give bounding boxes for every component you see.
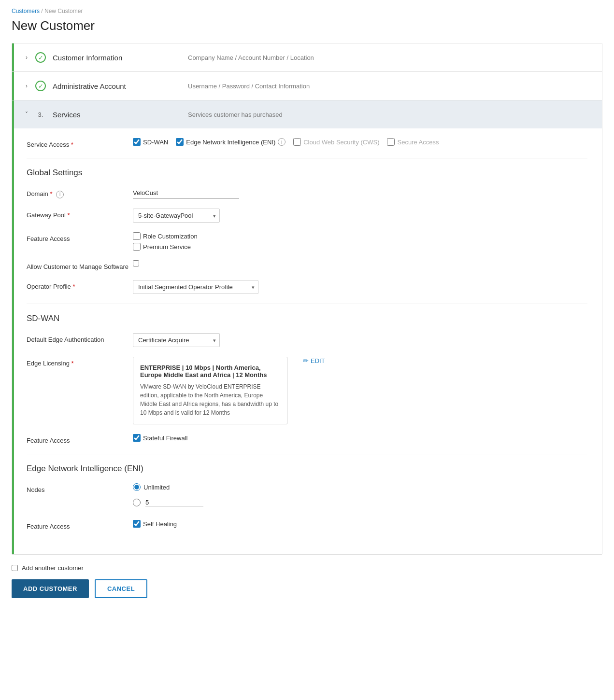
operator-profile-field-content: Initial Segmented Operator Profile Defau… [133,280,587,294]
operator-profile-required: * [72,283,75,290]
feature-access-label: Feature Access [27,232,133,242]
eni-section: Edge Network Intelligence (ENI) Nodes Un… [27,464,587,530]
cws-label: Cloud Web Security (CWS) [303,139,379,146]
nodes-number-radio-wrap[interactable] [133,499,203,506]
accordion-left-bar-1 [12,43,14,71]
divider-1 [27,158,587,158]
accordion-title-admin-account: Administrative Account [53,82,188,90]
operator-profile-select[interactable]: Initial Segmented Operator Profile Defau… [133,280,258,294]
eni-checkbox-wrap[interactable]: Edge Network Intelligence (ENI) i [176,138,286,146]
eni-info-icon[interactable]: i [278,138,286,146]
default-edge-auth-label: Default Edge Authentication [27,333,133,343]
nodes-unlimited-label: Unlimited [143,484,170,491]
divider-2 [27,304,587,304]
default-edge-auth-select[interactable]: Certificate Acquire Certificate or Passw… [133,333,220,347]
gateway-pool-select-wrap: 5-site-GatewayPool 10-site-GatewayPool G… [133,209,220,223]
edit-edge-licensing-link[interactable]: ✏ EDIT [303,357,325,364]
accordion-item-admin-account: › ✓ Administrative Account Username / Pa… [12,72,602,100]
self-healing-checkbox[interactable] [133,520,141,528]
stateful-firewall-checkbox-wrap[interactable]: Stateful Firewall [133,434,187,442]
accordion-number-services: 3. [35,109,46,120]
domain-required: * [50,190,52,197]
accordion-subtitle-services: Services customer has purchased [188,111,283,118]
sdwan-section: SD-WAN Default Edge Authentication Certi… [27,314,587,444]
premium-service-checkbox-wrap[interactable]: Premium Service [133,243,198,251]
feature-access-row: Feature Access Role Customization Premiu… [27,232,587,251]
page-title: New Customer [12,18,602,33]
breadcrumb-current: New Customer [44,8,83,14]
domain-input[interactable] [133,187,239,199]
operator-profile-row: Operator Profile * Initial Segmented Ope… [27,280,587,294]
gateway-pool-required: * [68,211,70,219]
accordion-item-customer-info: › ✓ Customer Information Company Name / … [12,43,602,72]
nodes-unlimited-radio-wrap[interactable]: Unlimited [133,483,170,491]
eni-label: Edge Network Intelligence (ENI) [186,139,275,146]
accordion-item-services: ˅ 3. Services Services customer has purc… [12,100,602,554]
accordion-header-services[interactable]: ˅ 3. Services Services customer has purc… [12,100,602,128]
sdwan-feature-access-field-content: Stateful Firewall [133,434,587,442]
edit-icon: ✏ [303,357,309,364]
gateway-pool-field-content: 5-site-GatewayPool 10-site-GatewayPool G… [133,209,587,223]
allow-manage-software-label: Allow Customer to Manage Software [27,260,133,270]
nodes-unlimited-radio[interactable] [133,483,141,491]
domain-row: Domain * i [27,187,587,199]
edge-licensing-title: ENTERPRISE | 10 Mbps | North America, Eu… [140,364,280,378]
global-settings-title: Global Settings [27,168,587,178]
eni-checkbox[interactable] [176,138,184,146]
stateful-firewall-checkbox[interactable] [133,434,141,442]
accordion-title-services: Services [53,111,188,119]
role-customization-checkbox[interactable] [133,232,141,240]
nodes-number-radio[interactable] [133,499,141,506]
accordion-header-customer-info[interactable]: › ✓ Customer Information Company Name / … [12,43,602,71]
domain-info-icon[interactable]: i [56,191,64,198]
allow-manage-software-checkbox[interactable] [133,260,139,266]
feature-access-field-content: Role Customization Premium Service [133,232,587,251]
edge-licensing-required: * [71,360,74,367]
service-access-row: Service Access * SD-WAN Edge Network Int… [27,138,587,148]
role-customization-checkbox-wrap[interactable]: Role Customization [133,232,198,240]
cws-checkbox[interactable] [293,138,301,146]
self-healing-checkbox-wrap[interactable]: Self Healing [133,520,177,528]
accordion-subtitle-admin-account: Username / Password / Contact Informatio… [188,83,310,90]
gateway-pool-label: Gateway Pool * [27,209,133,219]
default-edge-auth-field-content: Certificate Acquire Certificate or Passw… [133,333,587,347]
divider-3 [27,454,587,454]
accordion-left-bar-3 [12,100,14,554]
add-customer-button[interactable]: ADD CUSTOMER [12,579,89,598]
secure-access-checkbox-wrap[interactable]: Secure Access [387,138,439,146]
check-icon-2: ✓ [35,81,46,91]
service-access-field-content: SD-WAN Edge Network Intelligence (ENI) i… [133,138,587,146]
sdwan-feature-access-label: Feature Access [27,434,133,444]
domain-field-content [133,187,587,199]
gateway-pool-select[interactable]: 5-site-GatewayPool 10-site-GatewayPool G… [133,209,220,223]
eni-title: Edge Network Intelligence (ENI) [27,464,587,474]
chevron-icon-3: ˅ [22,110,31,119]
eni-feature-access-field-content: Self Healing [133,520,587,528]
stateful-firewall-label: Stateful Firewall [143,434,187,442]
add-another-checkbox[interactable] [12,565,18,571]
edge-licensing-row: Edge Licensing * ENTERPRISE | 10 Mbps | … [27,357,587,424]
services-body: Service Access * SD-WAN Edge Network Int… [12,128,602,554]
service-access-label: Service Access * [27,138,133,148]
breadcrumb-customers-link[interactable]: Customers [12,8,40,14]
chevron-icon-1: › [22,53,31,62]
default-edge-auth-row: Default Edge Authentication Certificate … [27,333,587,347]
eni-feature-access-label: Feature Access [27,520,133,530]
premium-service-checkbox[interactable] [133,243,141,251]
secure-access-checkbox[interactable] [387,138,395,146]
sdwan-feature-access-row: Feature Access Stateful Firewall [27,434,587,444]
cws-checkbox-wrap[interactable]: Cloud Web Security (CWS) [293,138,379,146]
nodes-number-input[interactable] [145,499,203,506]
sdwan-checkbox-wrap[interactable]: SD-WAN [133,138,168,146]
nodes-label: Nodes [27,483,133,493]
premium-service-label: Premium Service [143,243,191,251]
accordion-title-customer-info: Customer Information [53,54,188,62]
cancel-button[interactable]: CANCEL [95,579,147,598]
eni-feature-access-row: Feature Access Self Healing [27,520,587,530]
nodes-row: Nodes Unlimited [27,483,587,510]
edge-licensing-box: ENTERPRISE | 10 Mbps | North America, Eu… [133,357,287,424]
sdwan-checkbox[interactable] [133,138,141,146]
sdwan-label: SD-WAN [143,139,168,146]
chevron-icon-2: › [22,81,31,91]
accordion-header-admin-account[interactable]: › ✓ Administrative Account Username / Pa… [12,72,602,100]
